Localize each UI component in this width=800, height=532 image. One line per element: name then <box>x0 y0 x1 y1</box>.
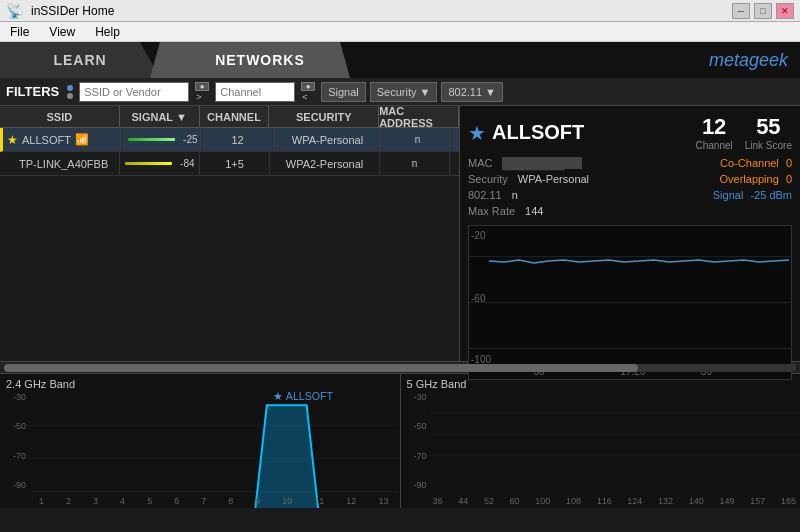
detail-star-icon: ★ <box>468 121 486 145</box>
td-channel-tplink: 1+5 <box>200 152 270 175</box>
detail-80211-row: 802.11 n Signal -25 dBm <box>468 189 792 201</box>
band-x-axis-5: 36 44 52 60 100 108 116 124 132 140 149 … <box>429 496 801 506</box>
link-score: 55 Link Score <box>745 114 792 151</box>
signal-filter-button[interactable]: Signal <box>321 82 366 102</box>
table-row[interactable]: ★ ALLSOFT 📶 -25 12 WPA-Personal n <box>0 128 459 152</box>
detail-panel: ★ ALLSOFT 12 Channel 55 Link Score MAC █… <box>460 106 800 361</box>
channel-score: 12 Channel <box>695 114 732 151</box>
dot8021-filter-button[interactable]: 802.11 ▼ <box>441 82 503 102</box>
app-icon: 📡 <box>6 3 23 19</box>
app-title: inSSIDer Home <box>31 4 114 18</box>
band-chart-24ghz: 2.4 GHz Band -30 -50 -70 -90 ★ ALLSOFT 1… <box>0 374 401 508</box>
titlebar-controls: ─ □ ✕ <box>732 3 794 19</box>
band-x-axis-24: 1 2 3 4 5 6 7 8 9 10 11 12 13 <box>28 496 400 506</box>
ssid-label-tplink: TP-LINK_A40FBB <box>19 158 108 170</box>
filter-dot-plus <box>67 85 73 91</box>
co-channel-value: Co-Channel 0 <box>720 157 792 169</box>
signal-dbm-value: Signal -25 dBm <box>713 189 792 201</box>
th-signal[interactable]: SIGNAL ▼ <box>120 106 200 127</box>
th-channel: CHANNEL <box>200 106 270 127</box>
band-y-axis-24: -30 -50 -70 -90 <box>0 392 28 490</box>
band-chart-5ghz: 5 GHz Band -30 -50 -70 -90 36 44 52 60 1… <box>401 374 801 508</box>
ssid-label-allsoft: ALLSOFT <box>22 134 71 146</box>
detail-mac-row: MAC ████████ Co-Channel 0 <box>468 157 792 169</box>
star-icon-tplink: ★ <box>4 157 15 171</box>
table-area: SSID SIGNAL ▼ CHANNEL SECURITY MAC ADDRE… <box>0 106 460 361</box>
signal-value-allsoft: -25 <box>178 134 198 145</box>
signal-bar-allsoft <box>128 138 175 141</box>
td-security-tplink: WPA2-Personal <box>270 152 380 175</box>
filter-dot-minus <box>67 93 73 99</box>
titlebar-left: 📡 inSSIDer Home <box>6 3 114 19</box>
filtersbar: FILTERS ● > ● < Signal Security ▼ 802.11… <box>0 78 800 106</box>
td-signal-allsoft: -25 <box>123 128 203 151</box>
ssid-filter-input[interactable] <box>79 82 189 102</box>
navtabs: LEARN NETWORKS metageek <box>0 42 800 78</box>
table-header: SSID SIGNAL ▼ CHANNEL SECURITY MAC ADDRE… <box>0 106 459 128</box>
security-filter-button[interactable]: Security ▼ <box>370 82 438 102</box>
td-mac-tplink: n <box>380 152 450 175</box>
filter-dots <box>67 85 73 99</box>
wifi-icon-allsoft: 📶 <box>75 133 89 146</box>
band-y-axis-5: -30 -50 -70 -90 <box>401 392 429 490</box>
minimize-button[interactable]: ─ <box>732 3 750 19</box>
td-channel-allsoft: 12 <box>203 128 273 151</box>
svg-text:★ ALLSOFT: ★ ALLSOFT <box>273 392 333 402</box>
filter-nav-dot[interactable]: ● <box>301 82 315 91</box>
table-row[interactable]: ★ TP-LINK_A40FBB -84 1+5 WPA2-Personal n <box>0 152 459 176</box>
menubar: File View Help <box>0 22 800 42</box>
tab-networks[interactable]: NETWORKS <box>150 42 350 78</box>
band-charts: 2.4 GHz Band -30 -50 -70 -90 ★ ALLSOFT 1… <box>0 373 800 508</box>
filter-nav2: ● < <box>301 82 315 102</box>
band-title-5: 5 GHz Band <box>407 378 467 390</box>
menu-file[interactable]: File <box>6 25 33 39</box>
menu-view[interactable]: View <box>45 25 79 39</box>
th-ssid: SSID <box>0 106 120 127</box>
chart-y-label-top: -20 <box>471 230 485 241</box>
band-title-24: 2.4 GHz Band <box>6 378 75 390</box>
td-security-allsoft: WPA-Personal <box>273 128 383 151</box>
filter-nav: ● > <box>195 82 209 102</box>
main-content: SSID SIGNAL ▼ CHANNEL SECURITY MAC ADDRE… <box>0 106 800 361</box>
star-icon-allsoft: ★ <box>7 133 18 147</box>
channel-filter-input[interactable] <box>215 82 295 102</box>
td-signal-tplink: -84 <box>120 152 200 175</box>
detail-maxrate-row: Max Rate 144 <box>468 205 792 217</box>
metageek-logo: metageek <box>709 42 800 78</box>
filter-nav-up[interactable]: ● <box>195 82 209 91</box>
band-svg-24: ★ ALLSOFT <box>28 392 400 508</box>
maximize-button[interactable]: □ <box>754 3 772 19</box>
td-ssid-tplink: ★ TP-LINK_A40FBB <box>0 152 120 175</box>
detail-scores: 12 Channel 55 Link Score <box>695 114 792 151</box>
filters-label: FILTERS <box>6 84 59 99</box>
overlapping-value: Overlapping 0 <box>719 173 792 185</box>
scrollbar-track[interactable] <box>4 364 796 372</box>
detail-header: ★ ALLSOFT 12 Channel 55 Link Score <box>468 114 792 151</box>
th-mac: MAC ADDRESS <box>379 106 459 127</box>
tab-learn[interactable]: LEARN <box>0 42 160 78</box>
svg-marker-6 <box>254 405 320 508</box>
signal-bar-tplink <box>125 162 172 165</box>
td-ssid-allsoft: ★ ALLSOFT 📶 <box>3 128 123 151</box>
signal-value-tplink: -84 <box>175 158 195 169</box>
detail-security-row: Security WPA-Personal Overlapping 0 <box>468 173 792 185</box>
signal-chart: -20 -60 -100 30 17:26 30 <box>468 225 792 380</box>
th-security: SECURITY <box>269 106 379 127</box>
detail-ssid-name: ALLSOFT <box>492 121 584 144</box>
titlebar: 📡 inSSIDer Home ─ □ ✕ <box>0 0 800 22</box>
close-button[interactable]: ✕ <box>776 3 794 19</box>
scrollbar-thumb[interactable] <box>4 364 638 372</box>
signal-chart-svg <box>469 226 791 379</box>
band-svg-5 <box>429 392 801 476</box>
menu-help[interactable]: Help <box>91 25 124 39</box>
chart-y-label-mid: -60 <box>471 293 485 304</box>
td-mac-allsoft: n <box>383 128 453 151</box>
